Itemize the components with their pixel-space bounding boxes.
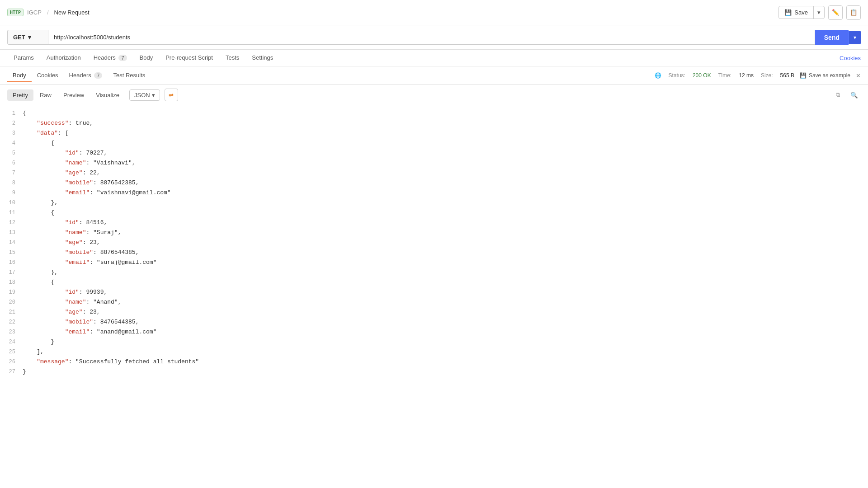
line-content: }, (23, 268, 868, 277)
edit-icon-button[interactable]: ✏️ (828, 5, 843, 20)
line-number: 13 (0, 228, 23, 237)
save-button-group[interactable]: 💾 Save ▾ (778, 6, 825, 19)
tab-tests[interactable]: Tests (219, 50, 245, 66)
save-icon: 💾 (784, 9, 792, 16)
tab-params[interactable]: Params (7, 50, 40, 66)
search-icon: 🔍 (850, 92, 858, 99)
line-number: 18 (0, 278, 23, 287)
line-number: 6 (0, 159, 23, 168)
json-viewer: 1{2 "success": true,3 "data": [4 {5 "id"… (0, 105, 868, 381)
search-button[interactable]: 🔍 (847, 89, 861, 101)
tab-headers[interactable]: Headers 7 (87, 50, 133, 66)
line-number: 17 (0, 268, 23, 277)
breadcrumb-sep: / (47, 9, 49, 16)
line-content: { (23, 278, 868, 287)
line-content: "name": "Vaishnavi", (23, 159, 868, 168)
headers-badge: 7 (118, 55, 127, 61)
send-button-group[interactable]: Send ▾ (815, 30, 861, 45)
response-section: Body Cookies Headers 7 Test Results 🌐 St… (0, 66, 868, 381)
line-content: "name": "Suraj", (23, 228, 868, 238)
history-icon-button[interactable]: 📋 (846, 5, 861, 20)
copy-icon: ⧉ (836, 91, 840, 99)
json-line: 15 "mobile": 8876544385, (0, 248, 868, 258)
json-select-label: JSON (134, 92, 150, 99)
method-value: GET (13, 34, 25, 41)
method-chevron: ▾ (28, 34, 31, 41)
line-content: "id": 84516, (23, 218, 868, 228)
top-bar: HTTP IGCP / New Request 💾 Save ▾ ✏️ 📋 (0, 0, 868, 25)
json-line: 20 "name": "Anand", (0, 298, 868, 308)
size-value: 565 B (780, 72, 794, 79)
status-info: 🌐 Status: 200 OK Time: 12 ms Size: 565 B (655, 72, 794, 79)
tab-prerequest[interactable]: Pre-request Script (159, 50, 219, 66)
tab-body[interactable]: Body (133, 50, 160, 66)
save-example-button[interactable]: 💾 Save as example (800, 72, 850, 79)
line-content: }, (23, 198, 868, 208)
resp-tab-testresults[interactable]: Test Results (108, 69, 151, 82)
resp-tab-headers[interactable]: Headers 7 (64, 69, 108, 82)
line-content: "email": "anand@gmail.com" (23, 328, 868, 337)
line-content: { (23, 208, 868, 218)
resp-tab-body[interactable]: Body (7, 69, 32, 82)
json-line: 23 "email": "anand@gmail.com" (0, 328, 868, 338)
line-number: 21 (0, 308, 23, 317)
line-number: 10 (0, 198, 23, 207)
line-number: 7 (0, 169, 23, 178)
edit-icon: ✏️ (832, 9, 840, 16)
send-dropdown-arrow[interactable]: ▾ (849, 31, 861, 44)
fmt-tab-preview[interactable]: Preview (58, 89, 90, 101)
json-line: 14 "age": 23, (0, 238, 868, 248)
line-content: { (23, 109, 868, 118)
json-format-select[interactable]: JSON ▾ (129, 89, 160, 101)
line-content: "age": 22, (23, 169, 868, 178)
line-number: 9 (0, 188, 23, 197)
json-line: 11 { (0, 208, 868, 218)
size-label: Size: (761, 72, 773, 79)
top-bar-left: HTTP IGCP / New Request (7, 9, 90, 16)
save-button[interactable]: 💾 Save (779, 6, 813, 19)
tab-settings[interactable]: Settings (245, 50, 279, 66)
fmt-tab-visualize[interactable]: Visualize (90, 89, 125, 101)
save-example-icon: 💾 (800, 72, 807, 79)
line-number: 1 (0, 109, 23, 118)
line-content: "mobile": 8876544385, (23, 248, 868, 258)
line-content: "name": "Anand", (23, 298, 868, 307)
json-line: 27} (0, 367, 868, 377)
json-line: 21 "age": 23, (0, 308, 868, 318)
breadcrumb-igcp: IGCP (27, 9, 42, 16)
cookies-link[interactable]: Cookies (840, 55, 861, 61)
copy-button[interactable]: ⧉ (831, 89, 844, 101)
url-input[interactable] (48, 30, 815, 45)
json-line: 4 { (0, 139, 868, 149)
resp-headers-badge: 7 (94, 72, 102, 79)
tab-authorization[interactable]: Authorization (40, 50, 87, 66)
json-line: 2 "success": true, (0, 119, 868, 129)
line-number: 11 (0, 208, 23, 217)
line-content: "email": "suraj@gmail.com" (23, 258, 868, 267)
resp-tab-cookies[interactable]: Cookies (32, 69, 64, 82)
line-number: 14 (0, 238, 23, 247)
word-wrap-button[interactable]: ⇌ (165, 89, 178, 101)
close-example-icon[interactable]: ✕ (856, 72, 861, 79)
status-label: Status: (669, 72, 685, 79)
fmt-tab-pretty[interactable]: Pretty (7, 89, 33, 101)
line-content: "age": 23, (23, 238, 868, 248)
request-tabs: Params Authorization Headers 7 Body Pre-… (0, 50, 868, 66)
json-chevron-icon: ▾ (152, 92, 155, 99)
line-content: ], (23, 347, 868, 357)
json-line: 1{ (0, 109, 868, 119)
line-number: 27 (0, 367, 23, 376)
json-line: 16 "email": "suraj@gmail.com" (0, 258, 868, 268)
save-example-label: Save as example (809, 72, 850, 79)
fmt-tab-raw[interactable]: Raw (34, 89, 57, 101)
line-content: "id": 70227, (23, 149, 868, 158)
send-button[interactable]: Send (815, 30, 849, 45)
time-value: 12 ms (739, 72, 754, 79)
line-number: 12 (0, 218, 23, 227)
globe-icon: 🌐 (655, 72, 661, 79)
line-number: 25 (0, 347, 23, 357)
method-select[interactable]: GET ▾ (7, 30, 48, 45)
json-line: 17 }, (0, 268, 868, 278)
response-tabs: Body Cookies Headers 7 Test Results 🌐 St… (0, 66, 868, 85)
save-dropdown-arrow[interactable]: ▾ (813, 6, 824, 19)
